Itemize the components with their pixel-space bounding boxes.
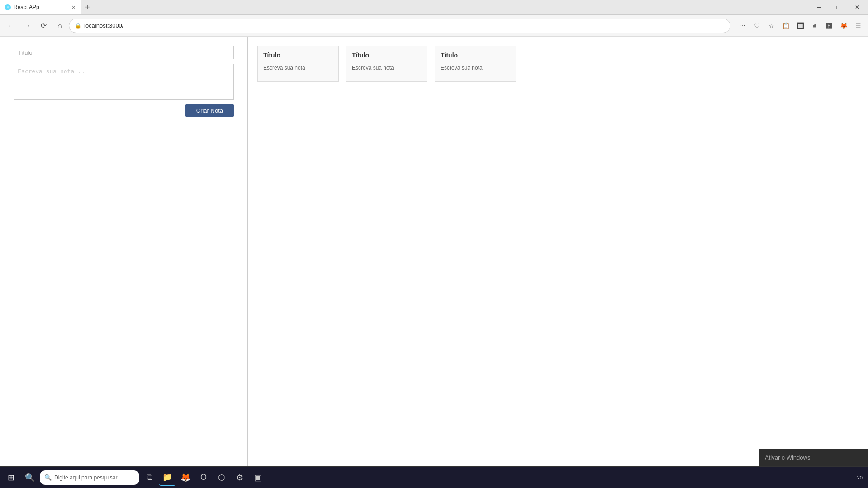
firefox-taskbar-button[interactable]: 🦊	[177, 469, 194, 486]
note-card-title: Título	[263, 52, 333, 62]
extensions-button[interactable]: ⋯	[736, 19, 749, 32]
browser-tab[interactable]: ⚛ React APp ✕	[0, 0, 81, 14]
pocket-button[interactable]: 🅿	[823, 19, 835, 32]
taskbar-right: 20	[857, 475, 866, 480]
back-button[interactable]: ←	[4, 19, 18, 33]
terminal-taskbar-button[interactable]: ▣	[250, 469, 266, 486]
pip-button[interactable]: 🖥	[808, 19, 821, 32]
bookmark-heart-button[interactable]: ♡	[750, 19, 763, 32]
address-text: localhost:3000/	[84, 22, 725, 29]
home-button[interactable]: ⌂	[52, 19, 67, 33]
maximize-button[interactable]: □	[829, 1, 847, 14]
note-card-body: Escreva sua nota	[352, 65, 422, 71]
lock-icon: 🔒	[75, 23, 81, 29]
windows-activate-overlay: Ativar o Windows	[759, 449, 868, 466]
search-icon: 🔍	[44, 474, 52, 481]
tab-favicon: ⚛	[5, 4, 11, 10]
note-textarea[interactable]	[14, 64, 234, 100]
file-explorer-button[interactable]: 📁	[159, 469, 175, 486]
firefox-account-button[interactable]: 🦊	[837, 19, 850, 32]
menu-button[interactable]: ☰	[852, 19, 864, 32]
star-button[interactable]: ☆	[765, 19, 778, 32]
create-btn-wrapper: Criar Nota	[14, 104, 234, 117]
note-card-title: Título	[352, 52, 422, 62]
window-controls: ─ □ ✕	[810, 1, 868, 14]
minimize-button[interactable]: ─	[810, 1, 828, 14]
vscode-taskbar-button[interactable]: ⬡	[213, 469, 230, 486]
title-bar: ⚛ React APp ✕ + ─ □ ✕	[0, 0, 868, 15]
tab-label: React APp	[14, 4, 67, 10]
forward-button[interactable]: →	[20, 19, 34, 33]
note-card: Título Escreva sua nota	[257, 46, 339, 82]
search-placeholder-text: Digite aqui para pesquisar	[54, 474, 117, 481]
start-button[interactable]: ⊞	[2, 469, 20, 487]
create-note-button[interactable]: Criar Nota	[185, 104, 234, 117]
reload-button[interactable]: ⟳	[36, 19, 51, 33]
browser-window: ⚛ React APp ✕ + ─ □ ✕ ← → ⟳ ⌂ 🔒 localhos…	[0, 0, 868, 488]
close-button[interactable]: ✕	[848, 1, 866, 14]
opera-taskbar-button[interactable]: O	[195, 469, 212, 486]
note-card-title: Título	[441, 52, 510, 62]
left-panel: Criar Nota	[0, 37, 248, 466]
nav-actions: ⋯ ♡ ☆ 📋 🔲 🖥 🅿 🦊 ☰	[736, 19, 864, 32]
reader-view-button[interactable]: 📋	[779, 19, 792, 32]
screenshot-button[interactable]: 🔲	[794, 19, 806, 32]
activate-windows-text: Ativar o Windows	[765, 454, 810, 461]
note-card: Título Escreva sua nota	[346, 46, 427, 82]
clock-time: 20	[857, 475, 863, 480]
note-card-body: Escreva sua nota	[441, 65, 510, 71]
taskbar: ⊞ 🔍 🔍 Digite aqui para pesquisar ⧉ 📁 🦊 O…	[0, 466, 868, 488]
right-panel: Título Escreva sua nota Título Escreva s…	[248, 37, 868, 466]
note-card: Título Escreva sua nota	[435, 46, 516, 82]
taskbar-clock: 20	[857, 475, 863, 480]
notes-grid: Título Escreva sua nota Título Escreva s…	[257, 46, 859, 82]
nav-bar: ← → ⟳ ⌂ 🔒 localhost:3000/ ⋯ ♡ ☆ 📋 🔲 🖥 🅿 …	[0, 15, 868, 37]
content-area: Criar Nota Título Escreva sua nota Títul…	[0, 37, 868, 466]
taskbar-cortana-button[interactable]: 🔍	[22, 469, 38, 486]
note-card-body: Escreva sua nota	[263, 65, 333, 71]
address-bar[interactable]: 🔒 localhost:3000/	[69, 19, 730, 33]
task-view-button[interactable]: ⧉	[141, 469, 157, 486]
tab-close-button[interactable]: ✕	[70, 4, 76, 10]
taskbar-search-box[interactable]: 🔍 Digite aqui para pesquisar	[40, 470, 139, 485]
new-tab-button[interactable]: +	[81, 0, 94, 15]
title-input[interactable]	[14, 46, 234, 59]
settings-taskbar-button[interactable]: ⚙	[232, 469, 248, 486]
